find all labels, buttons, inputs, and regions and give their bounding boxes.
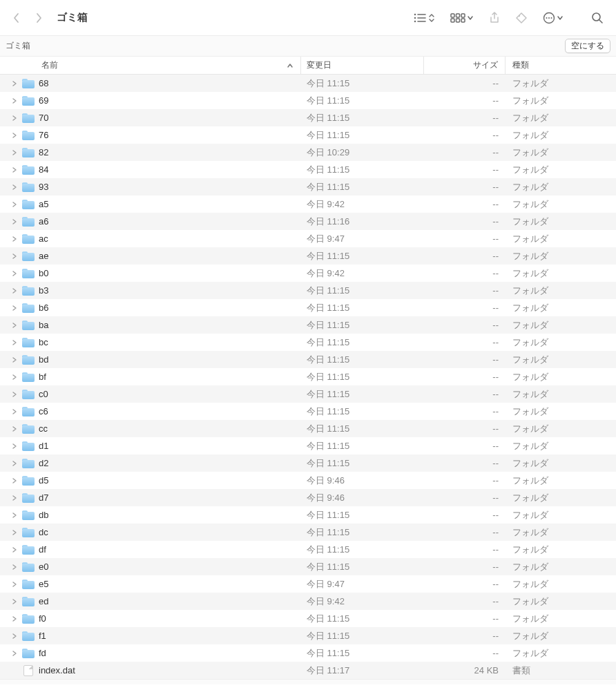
disclosure-triangle-icon[interactable] <box>11 374 18 381</box>
table-row[interactable]: f0今日 11:15--フォルダ <box>0 610 616 627</box>
table-row[interactable]: e5今日 9:47--フォルダ <box>0 575 616 593</box>
table-row[interactable]: b3今日 11:15--フォルダ <box>0 282 616 299</box>
cell-size: -- <box>424 527 506 537</box>
table-row[interactable]: d5今日 9:46--フォルダ <box>0 472 616 489</box>
disclosure-triangle-icon[interactable] <box>11 598 18 605</box>
cell-name: 76 <box>0 130 301 140</box>
table-row[interactable]: 70今日 11:15--フォルダ <box>0 109 616 126</box>
table-row[interactable]: f1今日 11:15--フォルダ <box>0 627 616 644</box>
disclosure-triangle-icon[interactable] <box>11 546 18 553</box>
disclosure-triangle-icon[interactable] <box>11 166 18 173</box>
table-row[interactable]: ed今日 9:42--フォルダ <box>0 593 616 610</box>
column-name[interactable]: 名前 <box>0 57 301 74</box>
table-row[interactable]: a6今日 11:16--フォルダ <box>0 213 616 230</box>
disclosure-triangle-icon[interactable] <box>11 477 18 484</box>
disclosure-triangle-icon[interactable] <box>11 408 18 415</box>
more-button[interactable] <box>541 7 565 29</box>
svg-point-12 <box>519 15 520 16</box>
table-row[interactable]: 82今日 10:29--フォルダ <box>0 144 616 161</box>
disclosure-triangle-icon[interactable] <box>11 425 18 432</box>
empty-trash-button[interactable]: 空にする <box>565 39 610 53</box>
table-row[interactable]: b6今日 11:15--フォルダ <box>0 299 616 316</box>
tags-button[interactable] <box>514 7 529 29</box>
disclosure-triangle-icon[interactable] <box>11 322 18 329</box>
table-row[interactable]: db今日 11:15--フォルダ <box>0 506 616 524</box>
back-button[interactable] <box>7 8 26 28</box>
disclosure-triangle-icon[interactable] <box>11 287 18 294</box>
disclosure-triangle-icon[interactable] <box>11 615 18 622</box>
disclosure-triangle-icon[interactable] <box>11 339 18 346</box>
sort-ascending-icon <box>287 63 293 68</box>
disclosure-triangle-icon[interactable] <box>11 512 18 519</box>
table-row[interactable]: cc今日 11:15--フォルダ <box>0 420 616 437</box>
table-row[interactable]: bf今日 11:15--フォルダ <box>0 368 616 385</box>
cell-name: db <box>0 510 301 520</box>
table-row[interactable]: index.dat今日 11:1724 KB書類 <box>0 662 616 679</box>
table-row[interactable]: d2今日 11:15--フォルダ <box>0 454 616 472</box>
disclosure-triangle-icon[interactable] <box>11 564 18 571</box>
group-button[interactable] <box>449 7 475 29</box>
disclosure-triangle-icon[interactable] <box>11 460 18 467</box>
table-row[interactable]: df今日 11:15--フォルダ <box>0 541 616 558</box>
disclosure-triangle-icon[interactable] <box>11 529 18 536</box>
disclosure-triangle-icon[interactable] <box>11 132 18 139</box>
item-name: d2 <box>39 458 48 468</box>
disclosure-triangle-icon[interactable] <box>11 115 18 122</box>
table-row[interactable]: 68今日 11:15--フォルダ <box>0 75 616 92</box>
column-modified[interactable]: 変更日 <box>301 57 424 74</box>
table-row[interactable]: c6今日 11:15--フォルダ <box>0 403 616 420</box>
disclosure-triangle-icon[interactable] <box>11 495 18 501</box>
forward-button[interactable] <box>29 8 48 28</box>
disclosure-triangle-icon[interactable] <box>11 218 18 225</box>
table-row[interactable]: ba今日 11:15--フォルダ <box>0 316 616 334</box>
svg-rect-9 <box>456 19 460 22</box>
disclosure-triangle-icon[interactable] <box>11 97 18 104</box>
cell-kind: フォルダ <box>506 250 616 262</box>
table-row[interactable]: 76今日 11:15--フォルダ <box>0 126 616 144</box>
cell-size: -- <box>424 199 506 209</box>
table-row[interactable]: 84今日 11:15--フォルダ <box>0 161 616 178</box>
disclosure-triangle-icon[interactable] <box>11 270 18 277</box>
share-button[interactable] <box>488 7 501 29</box>
cell-name: index.dat <box>0 665 301 676</box>
cell-modified: 今日 11:15 <box>301 181 424 193</box>
disclosure-triangle-icon[interactable] <box>11 633 18 640</box>
disclosure-triangle-icon[interactable] <box>11 149 18 156</box>
table-row[interactable]: ae今日 11:15--フォルダ <box>0 247 616 265</box>
disclosure-triangle-icon[interactable] <box>11 305 18 312</box>
column-size[interactable]: サイズ <box>424 57 506 74</box>
disclosure-triangle-icon[interactable] <box>11 443 18 450</box>
disclosure-triangle-icon[interactable] <box>11 253 18 260</box>
cell-kind: フォルダ <box>506 613 616 625</box>
disclosure-triangle-icon[interactable] <box>11 184 18 191</box>
column-kind[interactable]: 種類 <box>506 57 616 74</box>
disclosure-triangle-icon[interactable] <box>11 201 18 208</box>
table-row[interactable]: d7今日 9:46--フォルダ <box>0 489 616 506</box>
table-row[interactable]: b0今日 9:42--フォルダ <box>0 265 616 282</box>
table-row[interactable]: ac今日 9:47--フォルダ <box>0 230 616 247</box>
table-row[interactable]: 69今日 11:15--フォルダ <box>0 92 616 109</box>
disclosure-triangle-icon[interactable] <box>11 391 18 398</box>
disclosure-triangle-icon[interactable] <box>11 581 18 588</box>
item-name: db <box>39 510 48 520</box>
table-row[interactable]: bc今日 11:15--フォルダ <box>0 334 616 351</box>
svg-point-17 <box>593 13 600 21</box>
table-row[interactable]: 93今日 11:15--フォルダ <box>0 178 616 195</box>
table-row[interactable]: a5今日 9:42--フォルダ <box>0 195 616 213</box>
cell-kind: フォルダ <box>506 647 616 660</box>
table-row[interactable]: fd今日 11:15--フォルダ <box>0 644 616 662</box>
table-row[interactable]: bd今日 11:15--フォルダ <box>0 351 616 368</box>
view-list-button[interactable] <box>412 7 436 29</box>
disclosure-triangle-icon[interactable] <box>11 236 18 242</box>
table-row[interactable]: e0今日 11:15--フォルダ <box>0 558 616 575</box>
table-row[interactable]: dc今日 11:15--フォルダ <box>0 524 616 541</box>
cell-size: -- <box>424 510 506 520</box>
svg-rect-11 <box>461 19 465 22</box>
search-button[interactable] <box>590 7 605 29</box>
disclosure-triangle-icon[interactable] <box>11 80 18 87</box>
table-row[interactable]: c0今日 11:15--フォルダ <box>0 385 616 403</box>
chevron-left-icon <box>13 12 20 23</box>
disclosure-triangle-icon[interactable] <box>11 650 18 657</box>
disclosure-triangle-icon[interactable] <box>11 356 18 363</box>
table-row[interactable]: d1今日 11:15--フォルダ <box>0 437 616 454</box>
